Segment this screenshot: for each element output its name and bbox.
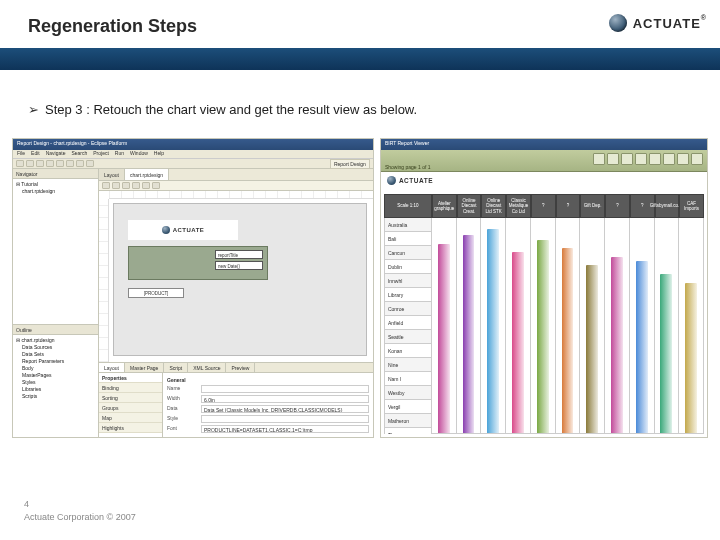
toolbar-button[interactable]	[112, 182, 120, 189]
bottom-tab[interactable]: Master Page	[125, 363, 164, 372]
copyright: Actuate Corporation © 2007	[24, 512, 136, 522]
column-header: Giftsbymail.co.uk	[655, 194, 680, 218]
bar-cell	[506, 218, 531, 434]
tree-node[interactable]: Scripts	[16, 393, 95, 400]
editor-tab[interactable]: Layout	[99, 169, 125, 180]
toolbar-button[interactable]	[76, 160, 84, 167]
tree-node[interactable]: Data Sources	[16, 344, 95, 351]
prop-tab[interactable]: Map	[99, 413, 162, 423]
toc-button[interactable]	[593, 153, 605, 165]
tree-node[interactable]: Report Parameters	[16, 358, 95, 365]
tree-node[interactable]: Styles	[16, 379, 95, 386]
toolbar-button[interactable]	[36, 160, 44, 167]
prop-tab[interactable]: Binding	[99, 383, 162, 393]
tree-node[interactable]: chart.rptdesign	[16, 188, 95, 195]
canvas-header-block[interactable]: reportTitle new Date()	[128, 246, 268, 280]
toolbar-button[interactable]	[122, 182, 130, 189]
chart-column: Gift Dep.	[580, 194, 605, 434]
properties-tabs: Properties Binding Sorting Groups Map Hi…	[99, 373, 163, 437]
print-button[interactable]	[621, 153, 633, 165]
row-label: Westby	[384, 386, 432, 400]
toolbar-button[interactable]	[152, 182, 160, 189]
prop-tab[interactable]: Properties	[99, 373, 162, 383]
navigator-tab[interactable]: Navigator	[13, 169, 98, 179]
row-label: Konan	[384, 344, 432, 358]
tree-node[interactable]: ⊟ Tutorial	[16, 181, 95, 188]
prop-value[interactable]: 6.0in	[201, 395, 369, 403]
viewer-page-label: Showing page 1 of 1	[385, 164, 431, 170]
bottom-tab[interactable]: Script	[164, 363, 188, 372]
menu-item[interactable]: Window	[130, 150, 148, 158]
bottom-tab[interactable]: XML Source	[188, 363, 226, 372]
menu-item[interactable]: Edit	[31, 150, 40, 158]
toolbar-button[interactable]	[142, 182, 150, 189]
row-label: Nam I	[384, 372, 432, 386]
ide-main-column: Layout chart.rptdesign	[99, 169, 373, 437]
prop-value[interactable]: Data Set (Classic Models Inc. DRIVERDB.C…	[201, 405, 369, 413]
toolbar-button[interactable]	[16, 160, 24, 167]
prop-tab[interactable]: Highlights	[99, 423, 162, 433]
prop-value[interactable]: PRODUCTLINE=DATASET1.CLASSIC.1=C:\tmp	[201, 425, 369, 433]
prop-tab[interactable]: Sorting	[99, 393, 162, 403]
next-page-button[interactable]	[663, 153, 675, 165]
tree-node[interactable]: Data Sets	[16, 351, 95, 358]
perspective-button[interactable]: Report Design	[330, 159, 370, 169]
canvas-surface[interactable]: ACTUATE reportTitle new Date() [PRODUCT]	[113, 203, 367, 356]
canvas-cell[interactable]: [PRODUCT]	[128, 288, 184, 298]
bar	[586, 265, 598, 433]
canvas-cell[interactable]: reportTitle	[215, 250, 263, 259]
bar-cell	[630, 218, 655, 434]
menu-item[interactable]: Search	[71, 150, 87, 158]
report-logo: ACTUATE	[387, 176, 433, 185]
menu-item[interactable]: Help	[154, 150, 164, 158]
toolbar-button[interactable]	[26, 160, 34, 167]
tree-node[interactable]: MasterPages	[16, 372, 95, 379]
chart-column: Online Diecast Ltd STK	[481, 194, 506, 434]
tree-node[interactable]: Libraries	[16, 386, 95, 393]
prop-value[interactable]	[201, 385, 369, 393]
menu-item[interactable]: Navigate	[46, 150, 66, 158]
canvas-logo-box[interactable]: ACTUATE	[128, 220, 238, 240]
page-number: 4	[24, 498, 136, 511]
perspective-bar: Report Design	[330, 159, 370, 169]
report-viewer-screenshot: BIRT Report Viewer Showing page 1 of 1 A…	[380, 138, 708, 438]
chart-columns: Atelier graphiqueOnline Diecast Creat.On…	[432, 194, 704, 434]
first-page-button[interactable]	[635, 153, 647, 165]
toolbar-button[interactable]	[132, 182, 140, 189]
ide-toolbar	[13, 159, 373, 169]
toolbar-button[interactable]	[102, 182, 110, 189]
toolbar-button[interactable]	[56, 160, 64, 167]
bottom-tab[interactable]: Layout	[99, 363, 125, 372]
navigator-tree[interactable]: ⊟ Tutorial chart.rptdesign	[13, 179, 98, 324]
bar	[537, 240, 549, 434]
bar	[636, 261, 648, 433]
toolbar-button[interactable]	[46, 160, 54, 167]
editor-tab[interactable]: chart.rptdesign	[125, 169, 169, 180]
bottom-tab[interactable]: Preview	[226, 363, 255, 372]
outline-tab[interactable]: Outline	[13, 325, 98, 335]
goto-page-button[interactable]	[691, 153, 703, 165]
prop-tab[interactable]: Groups	[99, 403, 162, 413]
prev-page-button[interactable]	[649, 153, 661, 165]
prop-value[interactable]	[201, 415, 369, 423]
logo-text: ACTUATE	[173, 227, 205, 233]
menu-item[interactable]: Project	[93, 150, 109, 158]
design-canvas[interactable]: ACTUATE reportTitle new Date() [PRODUCT]	[99, 191, 373, 363]
outline-tree[interactable]: ⊟ chart.rptdesign Data Sources Data Sets…	[13, 335, 98, 437]
toolbar-button[interactable]	[66, 160, 74, 167]
ide-titlebar: Report Design - chart.rptdesign - Eclips…	[13, 139, 373, 150]
toolbar-button[interactable]	[86, 160, 94, 167]
export-button[interactable]	[607, 153, 619, 165]
prop-label: Font	[167, 425, 197, 433]
menu-item[interactable]: Run	[115, 150, 124, 158]
bar	[438, 244, 450, 433]
bar-cell	[679, 218, 704, 434]
tree-node[interactable]: Body	[16, 365, 95, 372]
menu-item[interactable]: File	[17, 150, 25, 158]
bar	[685, 283, 697, 434]
row-label: Dublin	[384, 260, 432, 274]
tree-node[interactable]: ⊟ chart.rptdesign	[16, 337, 95, 344]
row-label: Throne	[384, 428, 432, 434]
last-page-button[interactable]	[677, 153, 689, 165]
canvas-cell[interactable]: new Date()	[215, 261, 263, 270]
